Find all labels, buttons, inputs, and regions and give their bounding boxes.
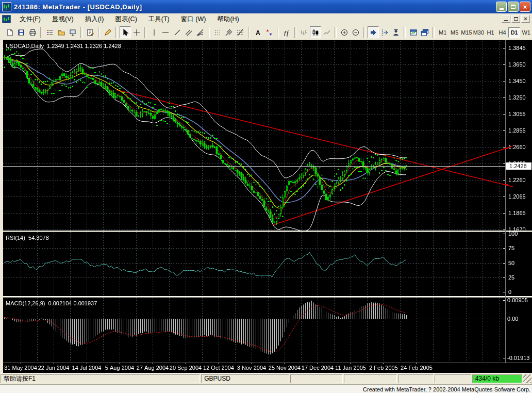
zoom-in-icon bbox=[340, 28, 348, 37]
arrows-tool-icon bbox=[265, 28, 273, 37]
menu-window[interactable]: 窗口 (W) bbox=[175, 14, 212, 25]
mdi-minimize-button[interactable] bbox=[502, 15, 510, 23]
menu-charts[interactable]: 图表(C) bbox=[109, 14, 142, 25]
minimize-button[interactable] bbox=[496, 2, 507, 12]
save-icon bbox=[17, 28, 25, 37]
auto-scroll-button[interactable] bbox=[368, 26, 379, 38]
toolbar-separator bbox=[248, 27, 250, 38]
chart-properties-button[interactable] bbox=[85, 26, 96, 38]
status-bar: 帮助请按F1 GBPUSD 434/0 kb bbox=[0, 373, 532, 384]
status-symbol[interactable]: GBPUSD bbox=[201, 374, 289, 383]
status-empty-cell bbox=[344, 374, 396, 383]
copyright-text: Created with MetaTrader, ? 2002-2004 Met… bbox=[363, 386, 530, 392]
chart-shift-icon bbox=[380, 28, 389, 37]
timeframe-m15-button[interactable]: M15 bbox=[460, 27, 472, 38]
grid-tool-icon bbox=[213, 28, 222, 37]
trendline-button[interactable] bbox=[171, 26, 182, 38]
mdi-close-button[interactable]: × bbox=[521, 15, 530, 23]
terminal-icon bbox=[69, 28, 77, 37]
candlestick-button[interactable] bbox=[310, 26, 321, 38]
new-chart-button[interactable] bbox=[4, 26, 15, 38]
zoom-out-icon bbox=[352, 28, 360, 37]
status-traffic: 434/0 kb bbox=[472, 374, 522, 383]
menu-help[interactable]: 帮助(H) bbox=[211, 14, 244, 25]
new-window-icon bbox=[409, 28, 418, 37]
cursor-button[interactable] bbox=[120, 26, 131, 38]
grid-tool-button[interactable] bbox=[212, 26, 223, 38]
market-watch-button[interactable] bbox=[44, 26, 56, 38]
new-order-button[interactable] bbox=[102, 26, 113, 38]
toolbar-separator bbox=[40, 27, 42, 38]
toolbar-separator bbox=[144, 27, 146, 38]
save-button[interactable] bbox=[15, 26, 27, 38]
vertical-line-button[interactable] bbox=[148, 26, 160, 38]
text-tool-button[interactable]: A bbox=[252, 26, 263, 38]
timeframe-d1-button[interactable]: D1 bbox=[508, 27, 520, 38]
timeframe-h4-button[interactable]: H4 bbox=[496, 27, 508, 38]
line-chart-button[interactable] bbox=[321, 26, 332, 38]
new-window-button[interactable] bbox=[408, 26, 419, 38]
timeframe-w1-button[interactable]: W1 bbox=[520, 27, 532, 38]
maximize-icon bbox=[511, 5, 516, 9]
bar-chart-button[interactable] bbox=[298, 26, 310, 38]
terminal-button[interactable] bbox=[67, 26, 78, 38]
title-bar[interactable]: 241386: MetaTrader - [USDCAD,Daily] × bbox=[0, 0, 532, 13]
trendline-icon bbox=[173, 28, 181, 37]
menu-tools[interactable]: 工具(T) bbox=[143, 14, 175, 25]
status-help: 帮助请按F1 bbox=[1, 374, 200, 383]
status-empty-cell bbox=[435, 374, 471, 383]
zoom-in-button[interactable] bbox=[339, 26, 350, 38]
mdi-restore-icon bbox=[514, 17, 518, 21]
mdi-close-icon: × bbox=[524, 16, 527, 22]
pitchfork-icon bbox=[225, 28, 233, 37]
close-icon: × bbox=[523, 4, 527, 10]
status-empty-cell bbox=[398, 374, 434, 383]
maximize-button[interactable] bbox=[508, 2, 519, 12]
menu-view[interactable]: 显视(V) bbox=[46, 14, 79, 25]
indicators-button[interactable]: ƒf bbox=[281, 26, 292, 38]
toolbar-separator bbox=[433, 27, 435, 38]
fibonacci-icon bbox=[236, 28, 244, 37]
svg-text:A: A bbox=[256, 29, 260, 36]
fibo-fan-icon bbox=[196, 28, 204, 37]
chart-shift-button[interactable] bbox=[379, 26, 390, 38]
toolbar-separator bbox=[80, 27, 82, 38]
auto-scroll-icon bbox=[369, 28, 377, 37]
toolbar: A ƒf M1 M5 M15 M30 H1 H4 D1 W1 bbox=[0, 25, 532, 40]
toolbar-separator bbox=[208, 27, 210, 38]
cursor-icon bbox=[121, 28, 129, 37]
profiles-button[interactable] bbox=[419, 26, 430, 38]
candlestick-chart-icon bbox=[2, 2, 11, 11]
crosshair-button[interactable] bbox=[131, 26, 142, 38]
toolbar-separator bbox=[404, 27, 406, 38]
desktop-strip: Created with MetaTrader, ? 2002-2004 Met… bbox=[0, 384, 532, 393]
toolbar-separator bbox=[335, 27, 337, 38]
timeframe-m5-button[interactable]: M5 bbox=[448, 27, 460, 38]
status-empty-cell bbox=[290, 374, 343, 383]
fibo-fan-button[interactable] bbox=[194, 26, 206, 38]
data-folder-button[interactable] bbox=[56, 26, 67, 38]
mdi-restore-button[interactable] bbox=[511, 15, 520, 23]
timeframe-m30-button[interactable]: M30 bbox=[473, 27, 485, 38]
toolbar-separator bbox=[277, 27, 279, 38]
new-order-icon bbox=[104, 28, 112, 37]
print-button[interactable] bbox=[27, 26, 38, 38]
channel-button[interactable] bbox=[183, 26, 194, 38]
resize-grip[interactable] bbox=[523, 374, 531, 383]
pitchfork-button[interactable] bbox=[223, 26, 235, 38]
expert-advisors-button[interactable] bbox=[390, 26, 402, 38]
timeframe-m1-button[interactable]: M1 bbox=[437, 27, 448, 38]
chart-canvas[interactable] bbox=[3, 40, 532, 373]
horizontal-line-button[interactable] bbox=[160, 26, 171, 38]
menu-file[interactable]: 文件(F) bbox=[14, 14, 46, 25]
metatrader-window: 241386: MetaTrader - [USDCAD,Daily] × 文件… bbox=[0, 0, 532, 384]
zoom-out-button[interactable] bbox=[350, 26, 361, 38]
bar-chart-icon bbox=[300, 28, 308, 37]
arrows-tool-button[interactable] bbox=[263, 26, 275, 38]
fibonacci-button[interactable] bbox=[235, 26, 246, 38]
profiles-icon bbox=[421, 28, 429, 37]
menu-insert[interactable]: 插入(I) bbox=[79, 14, 110, 25]
timeframe-h1-button[interactable]: H1 bbox=[485, 27, 496, 38]
close-button[interactable]: × bbox=[520, 2, 530, 12]
channel-icon bbox=[185, 28, 193, 37]
